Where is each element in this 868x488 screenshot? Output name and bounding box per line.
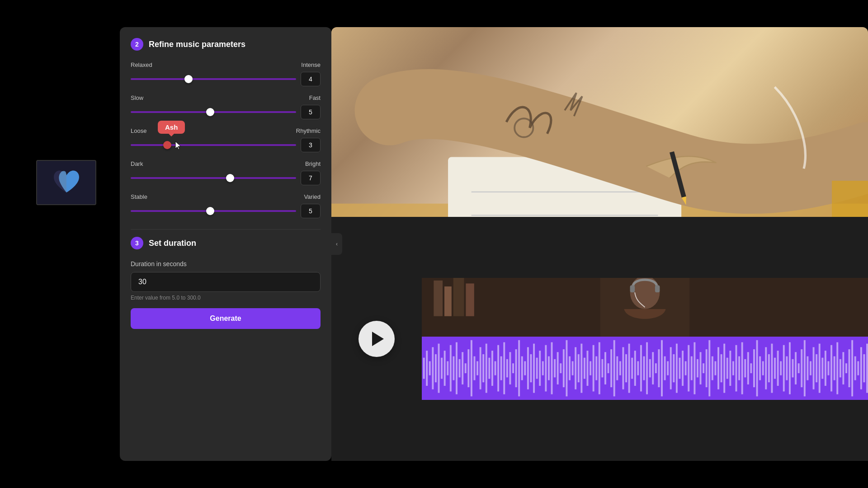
svg-rect-92 <box>634 351 636 386</box>
svg-rect-24 <box>432 347 434 389</box>
svg-rect-86 <box>616 357 618 380</box>
svg-rect-162 <box>842 352 844 385</box>
svg-rect-49 <box>506 359 508 377</box>
svg-rect-133 <box>756 340 758 396</box>
svg-rect-31 <box>453 357 454 380</box>
svg-rect-65 <box>554 359 556 377</box>
slider-track-wrap-3[interactable]: Ash <box>131 141 296 150</box>
duration-input[interactable] <box>131 272 321 292</box>
label-bright: Bright <box>305 160 321 167</box>
svg-rect-72 <box>575 347 576 389</box>
slider-track-wrap-1[interactable] <box>131 75 296 84</box>
svg-rect-160 <box>836 342 838 394</box>
slider-track-1 <box>131 78 296 80</box>
slider-labels-1: Relaxed Intense <box>131 61 321 68</box>
section2-title: Refine music parameters <box>149 40 245 49</box>
svg-rect-64 <box>551 342 553 394</box>
svg-rect-44 <box>491 351 493 386</box>
svg-rect-70 <box>569 357 571 380</box>
svg-rect-52 <box>515 349 517 387</box>
collapse-panel-button[interactable]: ‹ <box>331 233 342 255</box>
slider-dark-bright: Dark Bright 7 <box>131 160 321 185</box>
svg-rect-29 <box>447 361 448 375</box>
right-bottom-panel <box>331 217 868 461</box>
svg-rect-146 <box>795 352 797 385</box>
svg-rect-15 <box>689 278 868 337</box>
label-varied: Varied <box>304 193 321 200</box>
slider-thumb-5[interactable] <box>206 207 214 215</box>
svg-rect-17 <box>444 286 452 316</box>
section3-title: Set duration <box>149 239 196 248</box>
svg-rect-73 <box>578 354 580 382</box>
label-intense: Intense <box>301 61 321 68</box>
generate-button[interactable]: Generate <box>131 308 321 329</box>
slider-thumb-2[interactable] <box>206 108 214 116</box>
svg-rect-91 <box>631 358 633 379</box>
svg-rect-99 <box>655 363 657 373</box>
svg-rect-143 <box>786 357 788 380</box>
slider-thumb-1[interactable] <box>184 75 193 83</box>
svg-rect-159 <box>834 357 835 380</box>
svg-rect-104 <box>670 347 672 389</box>
slider-track-wrap-4[interactable] <box>131 174 296 183</box>
svg-rect-137 <box>768 354 770 382</box>
slider-track-3 <box>131 144 296 146</box>
svg-rect-142 <box>783 345 785 392</box>
slider-track-wrap-2[interactable] <box>131 108 296 117</box>
svg-rect-39 <box>476 361 478 375</box>
label-slow: Slow <box>131 94 143 101</box>
svg-rect-154 <box>819 344 821 393</box>
svg-rect-140 <box>777 351 779 386</box>
svg-rect-110 <box>688 345 689 392</box>
label-relaxed: Relaxed <box>131 61 152 68</box>
slider-container-5: 5 <box>131 204 321 218</box>
svg-rect-163 <box>845 363 847 373</box>
play-icon <box>372 332 384 346</box>
slider-labels-3: Loose Rhythmic <box>131 127 321 134</box>
svg-rect-47 <box>500 357 502 380</box>
play-button-area <box>331 278 422 400</box>
slider-slow-fast: Slow Fast 5 <box>131 94 321 119</box>
svg-rect-136 <box>765 347 767 389</box>
svg-rect-26 <box>438 344 440 393</box>
svg-rect-101 <box>661 340 663 396</box>
svg-rect-109 <box>685 361 687 375</box>
slider-thumb-4[interactable] <box>226 174 234 182</box>
section3: 3 Set duration Duration in seconds Enter… <box>131 229 321 329</box>
svg-rect-121 <box>721 354 722 382</box>
svg-rect-96 <box>646 342 648 394</box>
svg-rect-30 <box>450 345 452 392</box>
slider-labels-4: Dark Bright <box>131 160 321 167</box>
video-thumbnail <box>422 278 868 337</box>
slider-container-4: 7 <box>131 171 321 185</box>
svg-rect-114 <box>700 352 702 385</box>
slider-track-wrap-5[interactable] <box>131 206 296 216</box>
svg-rect-130 <box>747 352 749 385</box>
label-fast: Fast <box>309 94 321 101</box>
svg-rect-153 <box>816 354 817 382</box>
svg-rect-168 <box>860 347 862 389</box>
svg-rect-108 <box>682 351 684 386</box>
slider-track-2 <box>131 111 296 113</box>
svg-rect-12 <box>630 285 635 292</box>
svg-rect-90 <box>628 344 630 393</box>
right-top-image <box>331 27 868 217</box>
svg-rect-36 <box>467 349 469 387</box>
svg-rect-116 <box>706 349 708 387</box>
svg-rect-19 <box>466 283 474 316</box>
slider-track-5 <box>131 210 296 212</box>
slider-stable-varied: Stable Varied 5 <box>131 193 321 218</box>
slider-thumb-3[interactable] <box>163 141 171 149</box>
slider-value-5: 5 <box>301 204 321 218</box>
svg-rect-115 <box>703 363 704 373</box>
svg-rect-100 <box>658 349 660 387</box>
play-button[interactable] <box>359 321 395 357</box>
svg-rect-151 <box>810 361 811 375</box>
svg-rect-43 <box>488 358 490 379</box>
svg-rect-119 <box>714 361 716 375</box>
svg-rect-40 <box>480 347 481 389</box>
svg-rect-134 <box>759 357 761 380</box>
svg-rect-166 <box>854 357 856 380</box>
slider-labels-2: Slow Fast <box>131 94 321 101</box>
svg-rect-112 <box>693 342 695 394</box>
